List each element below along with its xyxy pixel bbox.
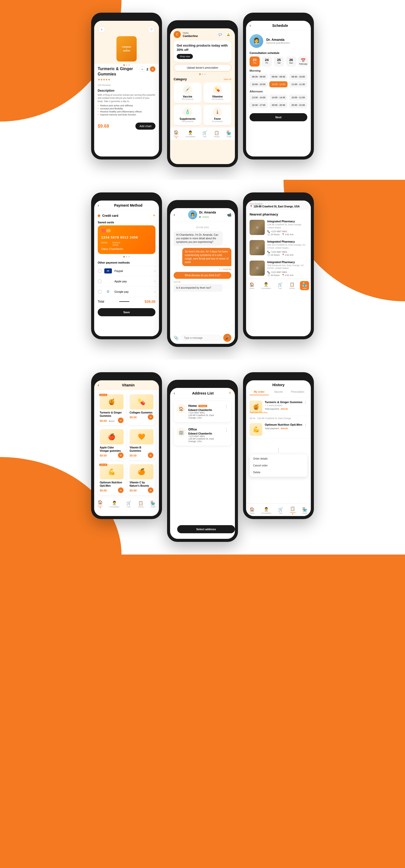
qty-decrease[interactable]: − [139,66,145,72]
date-24[interactable]: 24 Fri [262,57,272,67]
date-23[interactable]: 23 Thu [250,57,260,67]
vitamin-b-add-button[interactable]: + [148,453,153,458]
opti-men-fav-button[interactable]: ♡ [121,464,124,467]
home-address-menu[interactable]: ⋮ [224,404,228,419]
nav-home[interactable]: 🏠 Home [172,129,180,139]
time-1030[interactable]: 10:30 - 11:00 [269,81,287,87]
category-fever[interactable]: 🌡️ Fever 81 products [204,105,231,125]
vitamin-nav-outlet[interactable]: 🏪 Outlet [149,500,157,508]
hist-outlet-label: Outlet [303,512,307,514]
vitamin-nav-cart[interactable]: 🛒 Cart [125,500,133,508]
history-nav-home[interactable]: 🏠 Home [248,506,256,515]
order-2-menu[interactable]: ⋮ [304,423,307,427]
nav-consultation[interactable]: 👨‍⚕️ Consultation [184,130,197,138]
office-type-label: Office [188,428,197,431]
credit-card-option[interactable]: Credit card + [94,210,159,221]
time-2000[interactable]: 20:00 - 20:30 [269,102,287,108]
order-1-price: $39.05 [281,408,288,410]
vitamin-nav-history[interactable]: 📋 History [137,500,145,508]
time-1400[interactable]: 14:00 - 14:30 [269,94,287,100]
pharmacy-nav-home[interactable]: 🏠 Home [248,282,256,290]
next-button[interactable]: Next [250,113,307,121]
chat-back-button[interactable]: ‹ [174,212,175,217]
opti-men-add-button[interactable]: + [118,488,124,493]
address-back-button[interactable]: ‹ [174,391,175,396]
time-0830[interactable]: 08:30 - 09:00 [250,74,268,80]
add-address-button[interactable]: + [228,391,231,396]
googlepay-option[interactable]: G Google pay › [94,286,159,297]
nav-history[interactable]: 📋 History [213,130,221,138]
chat-icon-button[interactable]: 💬 [217,31,223,37]
upload-prescription-button[interactable]: Upload doctor's prescription [174,64,231,71]
context-cancel-order[interactable]: Cancel order [250,462,307,469]
context-order-details[interactable]: Order details [250,455,307,462]
vitamin-c-fav-button[interactable]: ♡ [151,464,154,467]
chat-message-input[interactable] [181,335,221,341]
collagen-fav-button[interactable]: ♡ [151,394,154,397]
tab-vaccine[interactable]: Vaccine [269,389,288,395]
time-1000[interactable]: 10:00 - 10:30 [250,81,268,87]
time-1330[interactable]: 13:30 - 14:00 [250,94,268,100]
pharmacy-nav-outlet[interactable]: 🏪 outlet [300,281,309,290]
pharmacy-nav-consult[interactable]: 👨‍⚕️ Consultation [259,282,272,290]
total-label: Total [98,300,104,303]
video-call-icon[interactable]: 📹 [227,213,231,217]
pharmacy-nav-cart[interactable]: 🛒 Cart [276,282,284,290]
history-nav-outlet[interactable]: 🏪 Outlet [301,506,309,515]
view-all-button[interactable]: View all [223,78,231,81]
category-vaccine[interactable]: 💉 Vaccine 252 products [174,83,201,103]
time-0930[interactable]: 09:30 - 10:00 [289,74,307,80]
favorite-button[interactable]: ♡ [148,26,155,33]
attachment-icon[interactable]: 📎 [174,336,179,340]
qty-increase[interactable]: + [150,66,155,72]
time-1100[interactable]: 11:00 - 11:30 [289,81,307,87]
save-payment-button[interactable]: Save [98,308,155,316]
apple-cider-fav-button[interactable]: ♡ [121,429,124,432]
notification-icon-button[interactable]: 🔔 [225,31,231,37]
nav-cart[interactable]: 🛒 Cart [201,130,209,138]
category-supplements[interactable]: 🧴 Supplements 300 products [174,105,201,125]
credit-add-icon[interactable]: + [153,213,155,218]
date-26[interactable]: 26 Sun [286,57,296,67]
turmeric-add-button[interactable]: + [118,417,124,423]
select-address-button[interactable]: Select address [177,525,235,533]
tab-my-order[interactable]: My order [250,389,269,395]
context-delete[interactable]: Delete [250,469,307,476]
office-address-menu[interactable]: ⋮ [224,428,228,443]
history-nav-cart[interactable]: 🛒 Cart [277,506,285,515]
applepay-radio[interactable] [98,279,102,283]
payment-back-button[interactable]: ‹ [98,203,99,208]
history-nav-consult[interactable]: 👨‍⚕️ Consultation [260,506,273,515]
time-0900[interactable]: 09:00 - 09:30 [269,74,287,80]
shop-now-button[interactable]: Shop now [177,54,193,59]
vitamin-c-add-button[interactable]: + [148,488,153,493]
date-25[interactable]: 25 Sat [274,57,284,67]
history-nav-history[interactable]: 📋 History [288,506,297,515]
pharmacy-nav-history[interactable]: 📋 History [288,282,297,290]
googlepay-radio[interactable] [98,290,102,294]
vitamin-b-fav-button[interactable]: ♡ [151,429,154,432]
vitamin-nav-home[interactable]: 🏠 Home [96,499,104,509]
apple-cider-add-button[interactable]: + [118,453,124,458]
turmeric-fav-button[interactable]: ♡ [121,394,124,397]
paypal-option[interactable]: PP Paypal › [94,266,159,276]
calendar-button[interactable]: 📅 February [298,57,308,67]
schedule-back-button[interactable]: ‹ [250,23,251,28]
applepay-option[interactable]: Apple pay › [94,276,159,286]
order-1-menu[interactable]: ⋮ [304,401,307,405]
vitamin-back-button[interactable]: ‹ [98,383,99,388]
category-vitamine[interactable]: 💊 Vitamine 160 products [204,83,231,103]
add-to-cart-button[interactable]: Add chart [135,123,155,130]
back-button[interactable]: ‹ [98,26,105,33]
time-1500[interactable]: 15:00 - 11:50 [289,94,307,100]
time-2030[interactable]: 20:30 - 21:00 [289,102,307,108]
vitamin-nav-consult[interactable]: 👨‍⚕️ Consultation [108,500,121,508]
tab-prescription[interactable]: Prescription [288,389,307,395]
mic-button[interactable]: 🎤 [223,334,231,342]
credit-selected-dot [98,214,100,217]
paypal-radio[interactable] [98,269,102,273]
collagen-add-button[interactable]: + [148,414,153,420]
nav-outlet[interactable]: 🏪 Outlet [225,130,233,138]
time-selection: Morning 08:30 - 09:00 09:00 - 09:30 09:3… [246,69,311,108]
time-1630[interactable]: 16:30 - 17:00 [250,102,268,108]
